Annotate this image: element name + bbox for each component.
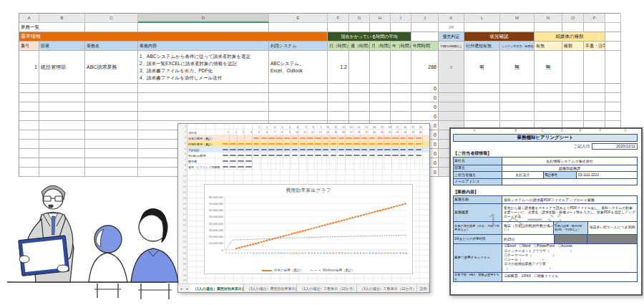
cell[interactable]: [328, 102, 349, 112]
value-cell[interactable]: [222, 141, 230, 147]
value-cell[interactable]: [346, 135, 353, 141]
value-cell[interactable]: [399, 135, 407, 141]
cell[interactable]: [138, 23, 269, 32]
value-cell[interactable]: [315, 147, 323, 152]
cell[interactable]: [19, 112, 39, 121]
cell-system-status[interactable]: 無: [500, 51, 535, 84]
value-cell[interactable]: [346, 164, 353, 170]
cell[interactable]: 0: [411, 112, 439, 121]
value-cell[interactable]: [268, 141, 276, 147]
col-header-l[interactable]: L: [464, 14, 500, 23]
value-cell[interactable]: [376, 141, 384, 147]
cell[interactable]: [19, 93, 39, 102]
cell[interactable]: [370, 112, 391, 121]
value-cell[interactable]: [338, 152, 346, 158]
value-cell[interactable]: [276, 147, 284, 152]
cell[interactable]: [19, 84, 39, 93]
value-cell[interactable]: [376, 158, 384, 164]
cell[interactable]: [269, 93, 328, 102]
value-cell[interactable]: [361, 147, 369, 152]
value-cell[interactable]: [322, 135, 330, 141]
value-cell[interactable]: [322, 158, 330, 164]
value-cell[interactable]: [399, 158, 407, 164]
cell[interactable]: [562, 23, 584, 32]
cell[interactable]: [269, 112, 328, 121]
cell-task-detail[interactable]: 1、ABCシステムから条件に従って請求者対象を選定 2、請求一覧EXCELに請求…: [138, 51, 269, 84]
value-cell[interactable]: [338, 158, 346, 164]
value-cell[interactable]: [384, 158, 392, 164]
cell[interactable]: [328, 23, 349, 32]
value-cell[interactable]: [407, 147, 415, 152]
value-cell[interactable]: [291, 158, 299, 164]
cell[interactable]: [370, 51, 391, 84]
value-cell[interactable]: [399, 152, 407, 158]
value-cell[interactable]: [415, 152, 423, 158]
value-cell[interactable]: [353, 135, 361, 141]
cell[interactable]: [439, 93, 464, 102]
cell[interactable]: [562, 112, 584, 121]
col-header-d[interactable]: D: [138, 14, 269, 23]
cell[interactable]: [391, 84, 411, 93]
col-header-k[interactable]: K: [439, 14, 464, 23]
value-cell[interactable]: [268, 147, 276, 152]
value-cell[interactable]: [392, 152, 400, 158]
cell[interactable]: [349, 93, 370, 102]
hearing-col-header-e[interactable]: E: [572, 129, 588, 134]
value-cell[interactable]: [238, 141, 245, 147]
value-cell[interactable]: [260, 147, 268, 152]
cell[interactable]: [19, 158, 39, 168]
cell[interactable]: [349, 51, 370, 84]
cell[interactable]: [370, 102, 391, 112]
cell[interactable]: [464, 23, 500, 32]
hearing-col-header-d[interactable]: D: [551, 129, 572, 134]
value-cell[interactable]: [369, 147, 376, 152]
value-cell[interactable]: [315, 164, 323, 170]
cell[interactable]: [562, 84, 584, 93]
value-cell[interactable]: [376, 152, 384, 158]
cell[interactable]: [269, 84, 328, 93]
cell-annual-hours[interactable]: 288: [411, 51, 439, 84]
col-header-o[interactable]: O: [562, 14, 584, 23]
value-cell[interactable]: [291, 141, 299, 147]
value-cell[interactable]: [376, 164, 384, 170]
value-cell[interactable]: [283, 164, 291, 170]
cell[interactable]: [39, 84, 85, 93]
cell[interactable]: [85, 149, 138, 158]
value-cell[interactable]: [369, 158, 376, 164]
value-cell[interactable]: [276, 158, 284, 164]
value-cell[interactable]: [276, 164, 284, 170]
cell[interactable]: [584, 51, 605, 84]
value-cell[interactable]: [361, 164, 369, 170]
value-cell[interactable]: [399, 141, 407, 147]
cell[interactable]: [269, 102, 328, 112]
value-cell[interactable]: [392, 164, 400, 170]
sheet-tab[interactable]: （1人の場合）費用対効果算出資料: [190, 284, 244, 292]
cell[interactable]: [500, 23, 535, 32]
cell[interactable]: [535, 102, 562, 112]
value-cell[interactable]: [222, 152, 230, 158]
cell[interactable]: [138, 93, 269, 102]
cell-a1-title[interactable]: 業務一覧: [19, 23, 85, 32]
value-cell[interactable]: [307, 152, 315, 158]
hearing-col-header-c[interactable]: C: [534, 129, 551, 134]
value-cell[interactable]: [283, 141, 291, 147]
value-cell[interactable]: [245, 164, 253, 170]
cell[interactable]: [19, 149, 39, 158]
value-cell[interactable]: [238, 152, 245, 158]
cell[interactable]: [39, 102, 85, 112]
value-cell[interactable]: [315, 141, 323, 147]
cell[interactable]: [349, 84, 370, 93]
value-cell[interactable]: [307, 147, 315, 152]
cell[interactable]: [19, 140, 39, 149]
cell[interactable]: [85, 102, 138, 112]
cell-department[interactable]: 統括管理部: [39, 51, 85, 84]
checkbox-checked[interactable]: ☑その他独自業務アプリ等: [504, 262, 549, 266]
value-cell[interactable]: [283, 135, 291, 141]
form-value[interactable]: 毎日（月初は比較的件数が多い）: [502, 222, 554, 234]
value-cell[interactable]: [268, 152, 276, 158]
form-value[interactable]: 03-1111-2222: [577, 172, 637, 178]
cell[interactable]: [39, 121, 85, 130]
value-cell[interactable]: [338, 147, 346, 152]
value-cell[interactable]: [392, 158, 400, 164]
value-cell[interactable]: [230, 152, 238, 158]
